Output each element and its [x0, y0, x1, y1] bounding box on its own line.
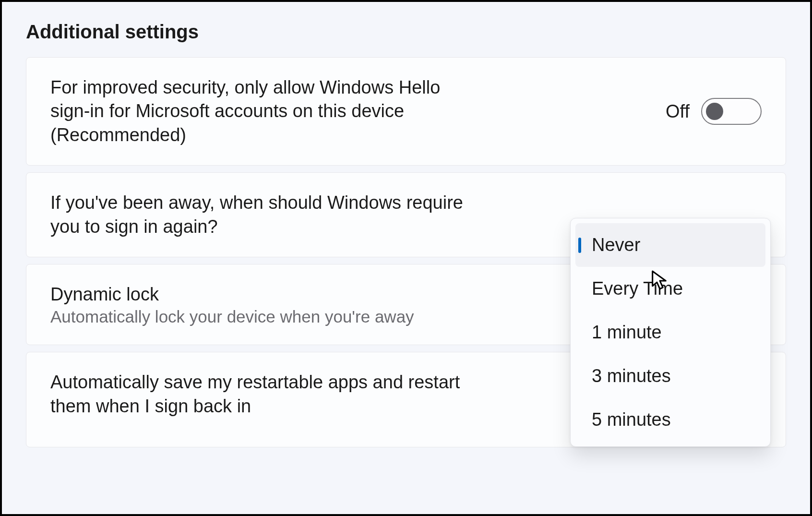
restart-apps-label: Automatically save my restartable apps a… [50, 371, 468, 418]
hello-signin-label: For improved security, only allow Window… [50, 76, 468, 147]
section-title: Additional settings [26, 21, 786, 43]
dropdown-option-1-minute[interactable]: 1 minute [575, 311, 765, 354]
dynamic-lock-subtitle: Automatically lock your device when you'… [50, 307, 414, 326]
hello-signin-toggle-group: Off [666, 98, 762, 125]
dropdown-option-5-minutes[interactable]: 5 minutes [575, 398, 765, 442]
toggle-knob [706, 103, 723, 120]
require-signin-label: If you've been away, when should Windows… [50, 191, 468, 239]
dropdown-option-never[interactable]: Never [575, 223, 765, 267]
hello-signin-row: For improved security, only allow Window… [26, 57, 786, 166]
hello-signin-toggle[interactable] [701, 98, 762, 125]
dynamic-lock-title: Dynamic lock [50, 283, 414, 306]
require-signin-dropdown[interactable]: Never Every Time 1 minute 3 minutes 5 mi… [570, 218, 771, 447]
dropdown-option-3-minutes[interactable]: 3 minutes [575, 354, 765, 398]
dropdown-option-every-time[interactable]: Every Time [575, 267, 765, 311]
hello-signin-state: Off [666, 101, 690, 122]
